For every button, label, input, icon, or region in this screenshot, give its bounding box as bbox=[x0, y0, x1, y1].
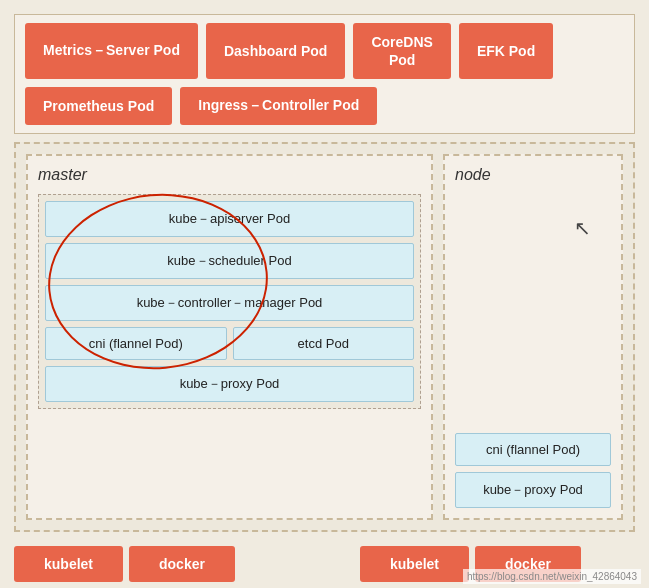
node-bottom-buttons: cni (flannel Pod) kube－proxy Pod bbox=[455, 433, 611, 508]
ingress-controller-pod-btn[interactable]: Ingress－Controller Pod bbox=[180, 87, 377, 125]
node-panel: node ↖ cni (flannel Pod) kube－proxy Pod bbox=[443, 154, 623, 520]
dashboard-pod-btn[interactable]: Dashboard Pod bbox=[206, 23, 345, 79]
metrics-server-pod-btn[interactable]: Metrics－Server Pod bbox=[25, 23, 198, 79]
cni-flannel-node-btn[interactable]: cni (flannel Pod) bbox=[455, 433, 611, 466]
left-toolbar: kubelet docker bbox=[14, 546, 354, 582]
kubelet-right-btn[interactable]: kubelet bbox=[360, 546, 469, 582]
master-inner: kube－apiserver Pod kube－scheduler Pod ku… bbox=[38, 194, 421, 409]
node-label: node bbox=[455, 166, 611, 184]
kubelet-left-btn[interactable]: kubelet bbox=[14, 546, 123, 582]
prometheus-pod-btn[interactable]: Prometheus Pod bbox=[25, 87, 172, 125]
etcd-btn[interactable]: etcd Pod bbox=[233, 327, 415, 360]
efk-pod-btn[interactable]: EFK Pod bbox=[459, 23, 553, 79]
kube-apiserver-btn[interactable]: kube－apiserver Pod bbox=[45, 201, 414, 237]
docker-left-btn[interactable]: docker bbox=[129, 546, 235, 582]
coredns-pod-btn[interactable]: CoreDNS Pod bbox=[353, 23, 450, 79]
cursor-icon: ↖ bbox=[574, 216, 591, 240]
kube-proxy-node-btn[interactable]: kube－proxy Pod bbox=[455, 472, 611, 508]
master-panel: master kube－apiserver Pod kube－scheduler… bbox=[26, 154, 433, 520]
kube-scheduler-btn[interactable]: kube－scheduler Pod bbox=[45, 243, 414, 279]
kube-proxy-master-btn[interactable]: kube－proxy Pod bbox=[45, 366, 414, 402]
kube-controller-manager-btn[interactable]: kube－controller－manager Pod bbox=[45, 285, 414, 321]
watermark: https://blog.csdn.net/weixin_42864043 bbox=[463, 569, 641, 584]
main-container: Metrics－Server Pod Dashboard Pod CoreDNS… bbox=[0, 0, 649, 588]
bottom-section: master kube－apiserver Pod kube－scheduler… bbox=[14, 142, 635, 532]
master-label: master bbox=[38, 166, 421, 184]
top-pods-area: Metrics－Server Pod Dashboard Pod CoreDNS… bbox=[14, 14, 635, 134]
cni-flannel-master-btn[interactable]: cni (flannel Pod) bbox=[45, 327, 227, 360]
